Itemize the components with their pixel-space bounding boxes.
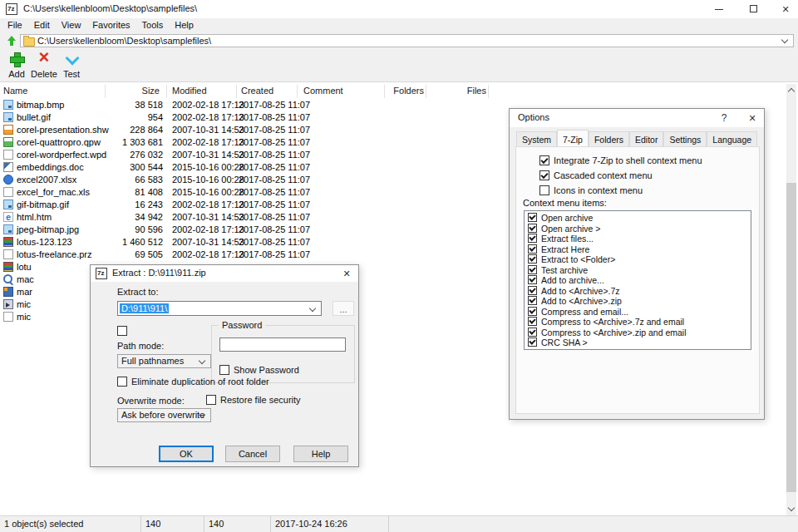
scrollbar-thumb[interactable] <box>786 183 796 492</box>
column-separator[interactable] <box>105 85 106 98</box>
cancel-button[interactable]: Cancel <box>225 446 280 462</box>
scroll-down-icon[interactable] <box>786 502 796 515</box>
browse-button[interactable]: ... <box>332 301 354 316</box>
column-header-files[interactable]: Files <box>435 86 486 96</box>
tab-folders[interactable]: Folders <box>589 131 629 146</box>
scroll-up-icon[interactable] <box>786 84 796 97</box>
options-close-icon[interactable] <box>746 111 759 125</box>
checkbox[interactable] <box>528 307 537 316</box>
column-separator[interactable] <box>426 85 426 98</box>
extract-unlabeled-checkbox[interactable] <box>117 326 127 336</box>
column-separator[interactable] <box>297 85 298 98</box>
checkbox[interactable] <box>528 328 537 337</box>
restore-file-security-checkbox[interactable] <box>206 395 216 405</box>
context-menu-item[interactable]: Extract Here <box>525 244 751 255</box>
file-modified: 2015-10-16 00:28 <box>172 174 244 186</box>
checkbox[interactable] <box>539 155 549 165</box>
menu-edit[interactable]: Edit <box>28 18 56 32</box>
context-menu-item[interactable]: Add to archive... <box>525 275 751 286</box>
checkbox[interactable] <box>528 286 537 295</box>
file-modified: 2002-02-18 17:13 <box>172 99 244 111</box>
context-menu-item[interactable]: Extract files... <box>525 234 751 244</box>
combo-dropdown-icon[interactable] <box>199 357 205 364</box>
menu-tools[interactable]: Tools <box>136 18 170 32</box>
eliminate-duplication-checkbox[interactable] <box>117 377 127 387</box>
status-bar: 1 object(s) selected 140 140 2017-10-24 … <box>0 515 798 532</box>
minimize-button[interactable] <box>705 0 733 18</box>
column-header-modified[interactable]: Modified <box>172 86 207 96</box>
column-separator[interactable] <box>384 85 385 98</box>
ok-button[interactable]: OK <box>159 446 214 462</box>
checkbox[interactable] <box>528 213 537 222</box>
path-mode-select[interactable]: Full pathnames <box>117 354 211 368</box>
column-separator[interactable] <box>488 85 489 98</box>
tab-settings[interactable]: Settings <box>663 131 707 146</box>
image-file-icon <box>3 100 13 110</box>
context-menu-item[interactable]: Add to <Archive>.zip <box>525 296 751 307</box>
path-mode-value: Full pathnames <box>121 356 184 366</box>
checkbox-label: Cascaded context menu <box>554 170 653 180</box>
checkbox[interactable] <box>528 265 537 274</box>
option-checkbox-row[interactable]: Integrate 7-Zip to shell context menu <box>539 155 749 170</box>
tab-7-zip[interactable]: 7-Zip <box>557 130 589 146</box>
checkbox[interactable] <box>528 224 537 233</box>
delete-button[interactable]: Delete <box>30 51 58 80</box>
tab-system[interactable]: System <box>516 131 557 146</box>
up-folder-arrow-icon[interactable] <box>4 35 16 47</box>
add-button[interactable]: Add <box>2 51 31 80</box>
column-separator[interactable] <box>166 85 167 98</box>
tab-language[interactable]: Language <box>707 131 757 146</box>
file-name: lotus-123.123 <box>17 236 72 249</box>
column-header-name[interactable]: Name <box>3 86 27 96</box>
checkbox[interactable] <box>539 185 549 195</box>
page-file-icon <box>3 312 13 322</box>
checkbox[interactable] <box>528 234 537 243</box>
context-menu-item[interactable]: Compress to <Archive>.zip and email <box>525 328 751 338</box>
context-menu-items-list[interactable]: Open archiveOpen archive >Extract files.… <box>524 210 751 350</box>
menu-file[interactable]: File <box>2 18 28 32</box>
context-menu-item[interactable]: Test archive <box>525 265 751 276</box>
address-dropdown-icon[interactable] <box>781 37 788 43</box>
column-header-size[interactable]: Size <box>108 86 160 96</box>
address-bar[interactable]: C:\Users\kellenbloom\Desktop\samplefiles… <box>20 34 794 47</box>
maximize-button[interactable] <box>740 0 768 18</box>
extract-to-combobox[interactable]: D:\911\911\ <box>117 301 322 316</box>
checkbox[interactable] <box>528 275 537 284</box>
overwrite-mode-select[interactable]: Ask before overwrite <box>117 408 211 422</box>
checkbox[interactable] <box>528 296 537 305</box>
combo-dropdown-icon[interactable] <box>309 305 316 312</box>
close-button[interactable] <box>771 0 798 18</box>
file-size: 69 505 <box>100 249 163 261</box>
password-input[interactable] <box>219 337 346 352</box>
item-label: Open archive <box>541 213 593 223</box>
column-header-comment[interactable]: Comment <box>303 86 343 96</box>
context-menu-item[interactable]: Compress to <Archive>.7z and email <box>525 317 751 328</box>
tab-editor[interactable]: Editor <box>629 131 663 146</box>
test-button[interactable]: Test <box>57 51 86 80</box>
checkbox[interactable] <box>528 254 537 264</box>
checkbox[interactable] <box>528 317 537 326</box>
context-menu-item[interactable]: Open archive <box>525 213 751 224</box>
option-checkbox-row[interactable]: Cascaded context menu <box>539 170 749 185</box>
show-password-checkbox[interactable] <box>219 365 229 375</box>
options-help-icon[interactable] <box>717 111 731 125</box>
checkbox[interactable] <box>539 170 549 180</box>
status-date: 2017-10-24 16:26 <box>271 516 389 532</box>
context-menu-item[interactable]: CRC SHA > <box>525 337 751 348</box>
menu-favorites[interactable]: Favorites <box>86 18 135 32</box>
context-menu-item[interactable]: Add to <Archive>.7z <box>525 286 751 297</box>
menu-view[interactable]: View <box>56 18 87 32</box>
column-header-folders[interactable]: Folders <box>372 86 424 96</box>
checkbox[interactable] <box>528 244 537 254</box>
menu-help[interactable]: Help <box>169 18 200 32</box>
vertical-scrollbar[interactable] <box>786 84 796 515</box>
context-menu-item[interactable]: Open archive > <box>525 224 751 234</box>
extract-close-icon[interactable] <box>340 267 353 280</box>
context-menu-item[interactable]: Extract to <Folder> <box>525 254 751 265</box>
column-separator[interactable] <box>236 85 237 98</box>
help-button[interactable]: Help <box>293 446 348 462</box>
checkbox[interactable] <box>528 337 537 347</box>
minimize-icon <box>715 9 723 10</box>
context-menu-item[interactable]: Compress and email... <box>525 307 751 318</box>
column-header-created[interactable]: Created <box>241 86 273 96</box>
